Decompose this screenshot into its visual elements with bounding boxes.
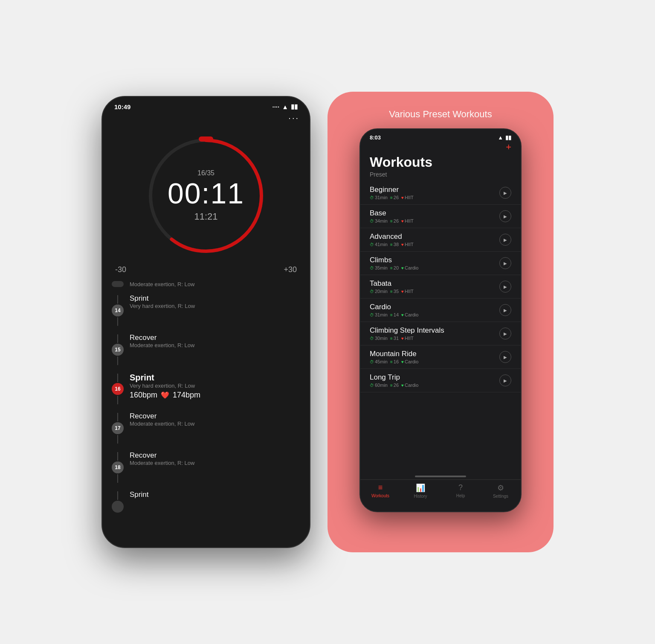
meta-steps: ≡ 16 — [390, 359, 399, 364]
workout-meta: ⏱ 41min ≡ 38 ♥ HIIT — [370, 242, 414, 247]
workout-row[interactable]: Mountain Ride ⏱ 45min ≡ 16 ♥ Cardio ▶ — [360, 345, 521, 369]
status-icons: ···· ▲ ▮▮ — [272, 103, 298, 110]
workout-meta: ⏱ 31min ≡ 14 ♥ Cardio — [370, 312, 418, 317]
play-button[interactable]: ▶ — [499, 257, 511, 269]
workout-row[interactable]: Long Trip ⏱ 60min ≡ 26 ♥ Cardio ▶ — [360, 369, 521, 392]
promo-title: Various Preset Workouts — [389, 109, 492, 120]
workout-row[interactable]: Base ⏱ 34min ≡ 26 ♥ HIIT ▶ — [360, 205, 521, 228]
play-button[interactable]: ▶ — [499, 187, 511, 199]
meta-steps: ≡ 14 — [390, 312, 399, 317]
play-button[interactable]: ▶ — [499, 351, 511, 363]
step-name: Sprint — [130, 490, 301, 499]
list-item: Moderate exertion, R: Low — [111, 278, 301, 291]
meta-time: ⏱ 45min — [370, 359, 388, 364]
meta-type: ♥ Cardio — [401, 359, 418, 364]
tab-help[interactable]: ? Help — [441, 483, 481, 498]
partial-circle — [112, 501, 124, 513]
type-icon: ♥ — [401, 383, 404, 388]
left-phone: 10:49 ···· ▲ ▮▮ ··· 16/35 00:11 11:21 — [101, 96, 310, 548]
workout-meta: ⏱ 45min ≡ 16 ♥ Cardio — [370, 359, 418, 364]
workout-name: Beginner — [370, 186, 414, 194]
steps-icon: ≡ — [390, 266, 393, 270]
workout-row[interactable]: Climbing Step Intervals ⏱ 30min ≡ 31 ♥ H… — [360, 322, 521, 345]
list-item[interactable]: 15 Recover Moderate exertion, R: Low — [111, 330, 301, 369]
meta-type: ♥ HIIT — [401, 242, 414, 247]
tab-bar: ≡ Workouts 📊 History ? Help ⚙ Settings — [360, 479, 521, 511]
workout-name: Mountain Ride — [370, 350, 418, 358]
step-name: Recover — [130, 412, 301, 421]
tab-workouts[interactable]: ≡ Workouts — [360, 483, 400, 498]
step-content: Sprint — [130, 490, 301, 499]
step-desc: Moderate exertion, R: Low — [130, 460, 301, 466]
meta-time: ⏱ 31min — [370, 195, 388, 200]
workout-name: Advanced — [370, 232, 414, 241]
play-button[interactable]: ▶ — [499, 304, 511, 316]
list-item[interactable]: 17 Recover Moderate exertion, R: Low — [111, 409, 301, 448]
workout-row-left: Base ⏱ 34min ≡ 26 ♥ HIIT — [370, 209, 414, 223]
workout-row[interactable]: Beginner ⏱ 31min ≡ 26 ♥ HIIT ▶ — [360, 181, 521, 205]
tab-settings[interactable]: ⚙ Settings — [481, 483, 521, 499]
step-content: Recover Moderate exertion, R: Low — [130, 412, 301, 427]
steps-icon: ≡ — [390, 313, 393, 317]
clock-icon: ⏱ — [370, 242, 374, 247]
plus-button[interactable]: + — [360, 141, 521, 154]
workout-name: Climbs — [370, 256, 418, 264]
workouts-subtitle: Preset — [360, 170, 521, 181]
list-item-active[interactable]: 16 Sprint Very hard exertion, R: Low 160… — [111, 369, 301, 409]
step-name-active: Sprint — [130, 373, 301, 383]
workout-row[interactable]: Cardio ⏱ 31min ≡ 14 ♥ Cardio ▶ — [360, 299, 521, 322]
play-button[interactable]: ▶ — [499, 328, 511, 339]
settings-tab-icon: ⚙ — [497, 483, 504, 493]
workout-row-left: Climbing Step Intervals ⏱ 30min ≡ 31 ♥ H… — [370, 326, 444, 341]
time-display: 10:49 — [114, 103, 130, 110]
steps-icon: ≡ — [390, 360, 393, 364]
play-button[interactable]: ▶ — [499, 234, 511, 246]
steps-icon: ≡ — [390, 242, 393, 247]
play-button[interactable]: ▶ — [499, 210, 511, 222]
minus-adjust[interactable]: -30 — [115, 265, 126, 274]
battery-icon: ▮▮ — [291, 103, 298, 110]
workout-row-left: Beginner ⏱ 31min ≡ 26 ♥ HIIT — [370, 186, 414, 200]
workout-name: Cardio — [370, 303, 418, 311]
meta-steps: ≡ 31 — [390, 336, 399, 341]
step-name: Recover — [130, 334, 301, 342]
workouts-title: Workouts — [360, 154, 521, 170]
type-icon: ♥ — [401, 219, 404, 223]
workout-name: Climbing Step Intervals — [370, 326, 444, 335]
svg-rect-2 — [199, 136, 213, 142]
workout-row[interactable]: Advanced ⏱ 41min ≡ 38 ♥ HIIT ▶ — [360, 228, 521, 252]
tab-history[interactable]: 📊 History — [400, 483, 441, 499]
meta-time: ⏱ 31min — [370, 312, 388, 317]
wifi-icon: ▲ — [282, 103, 288, 110]
workout-meta: ⏱ 30min ≡ 31 ♥ HIIT — [370, 336, 444, 341]
bpm-left: 160bpm — [130, 391, 157, 400]
meta-type: ♥ HIIT — [401, 218, 414, 223]
workouts-tab-label: Workouts — [371, 493, 389, 498]
play-button[interactable]: ▶ — [499, 281, 511, 293]
workout-meta: ⏱ 35min ≡ 20 ♥ Cardio — [370, 265, 418, 270]
list-item[interactable]: 14 Sprint Very hard exertion, R: Low — [111, 291, 301, 330]
clock-icon: ⏱ — [370, 336, 374, 341]
step-connector: 15 — [111, 334, 125, 366]
steps-icon: ≡ — [390, 195, 393, 200]
bpm-row: 160bpm ❤️ 174bpm — [130, 389, 301, 401]
step-content: Recover Moderate exertion, R: Low — [130, 451, 301, 466]
step-desc: Very hard exertion, R: Low — [130, 303, 301, 309]
plus-adjust[interactable]: +30 — [284, 265, 297, 274]
time-display-right: 8:03 — [370, 134, 381, 141]
list-item: Sprint — [111, 487, 301, 516]
dots-menu[interactable]: ··· — [102, 110, 310, 125]
workout-name: Long Trip — [370, 373, 418, 382]
right-phone: 8:03 ▲ ▮▮ + Workouts Preset Beginner ⏱ 3… — [359, 128, 522, 512]
timer-circle: 16/35 00:11 11:21 — [140, 130, 272, 262]
clock-icon: ⏱ — [370, 289, 374, 294]
history-tab-label: History — [414, 494, 427, 499]
clock-icon: ⏱ — [370, 360, 374, 364]
step-connector — [111, 281, 125, 287]
play-button[interactable]: ▶ — [499, 374, 511, 386]
workout-row[interactable]: Tabata ⏱ 20min ≡ 35 ♥ HIIT ▶ — [360, 275, 521, 299]
workout-row[interactable]: Climbs ⏱ 35min ≡ 20 ♥ Cardio ▶ — [360, 252, 521, 275]
workout-list: Moderate exertion, R: Low 14 Sprint Very… — [102, 278, 310, 516]
list-item[interactable]: 18 Recover Moderate exertion, R: Low — [111, 448, 301, 487]
meta-type: ♥ HIIT — [401, 336, 414, 341]
